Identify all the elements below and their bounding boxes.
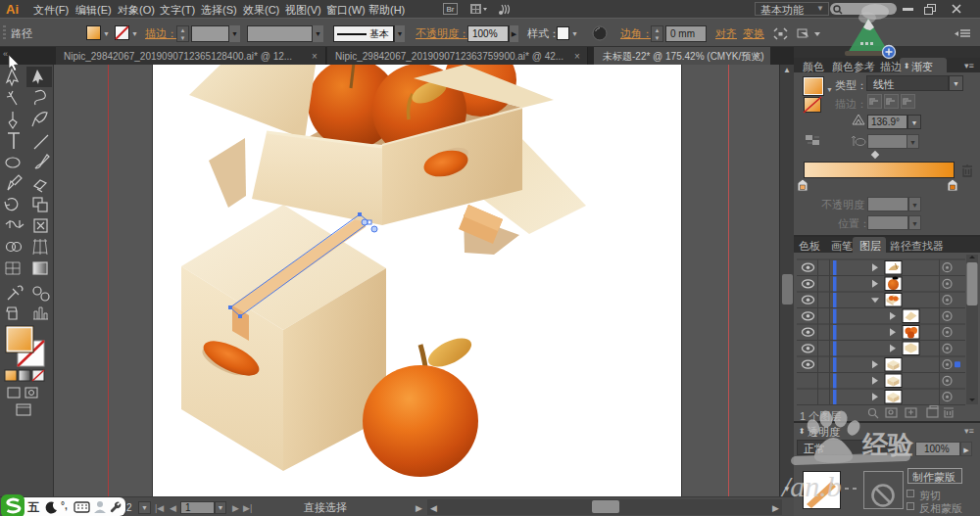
- svg-text:经验: 经验: [861, 430, 914, 459]
- svg-text:/an.b: /an.b: [780, 470, 842, 502]
